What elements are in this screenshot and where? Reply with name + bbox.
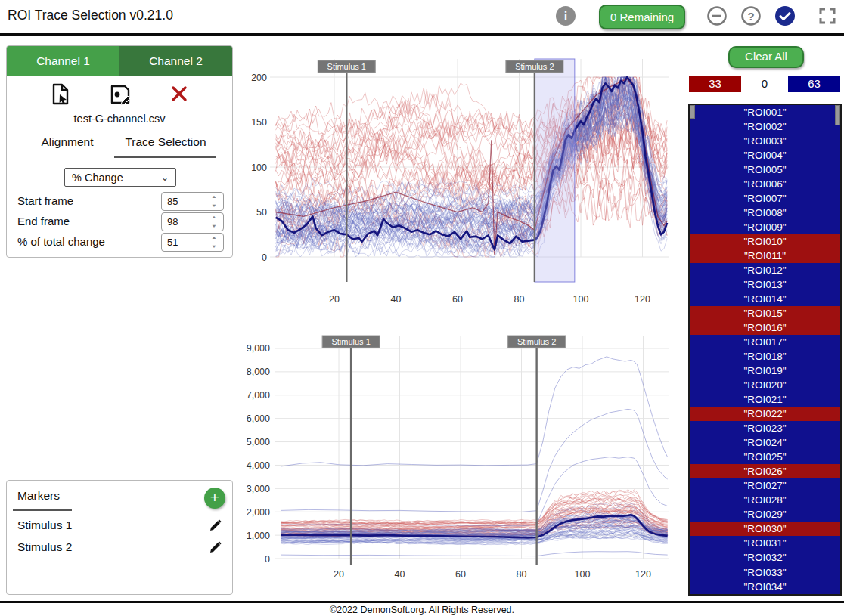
percent-change-chart: Stimulus 1Stimulus 220406080100120050100… bbox=[242, 42, 684, 314]
svg-text:60: 60 bbox=[455, 569, 466, 580]
metric-select[interactable]: % Change ⌄ bbox=[64, 168, 176, 187]
save-file-icon[interactable] bbox=[108, 82, 132, 107]
field-label-0: Start frame bbox=[17, 194, 73, 207]
svg-text:Stimulus 2: Stimulus 2 bbox=[517, 337, 556, 346]
roi-item-23[interactable]: "ROI023" bbox=[690, 421, 840, 435]
roi-item-18[interactable]: "ROI018" bbox=[690, 349, 840, 364]
marker-label-0: Stimulus 1 bbox=[17, 518, 72, 532]
close-file-icon[interactable] bbox=[169, 82, 190, 105]
svg-text:Stimulus 1: Stimulus 1 bbox=[331, 337, 370, 346]
roi-item-34[interactable]: "ROI034" bbox=[690, 580, 840, 594]
roi-item-29[interactable]: "ROI029" bbox=[690, 507, 840, 522]
list-scrollbar-thumb-left[interactable] bbox=[690, 105, 695, 119]
markers-panel: Markers + Stimulus 1Stimulus 2 bbox=[6, 480, 233, 595]
svg-text:2,000: 2,000 bbox=[247, 507, 270, 518]
tab-channel-1[interactable]: Channel 1 bbox=[7, 46, 119, 76]
roi-item-3[interactable]: "ROI003" bbox=[690, 134, 840, 148]
field-spinner-0[interactable]: ▲▼ bbox=[208, 193, 220, 209]
roi-item-32[interactable]: "ROI032" bbox=[690, 550, 840, 565]
roi-item-30[interactable]: "ROI030" bbox=[690, 522, 840, 536]
svg-text:9,000: 9,000 bbox=[247, 343, 270, 354]
roi-item-14[interactable]: "ROI014" bbox=[690, 292, 840, 306]
roi-item-13[interactable]: "ROI013" bbox=[690, 277, 840, 292]
chevron-down-icon: ⌄ bbox=[161, 169, 169, 187]
roi-item-5[interactable]: "ROI005" bbox=[690, 163, 840, 177]
roi-item-16[interactable]: "ROI016" bbox=[690, 320, 840, 335]
svg-text:i: i bbox=[564, 10, 567, 23]
svg-text:80: 80 bbox=[514, 294, 525, 305]
roi-item-22[interactable]: "ROI022" bbox=[690, 407, 840, 421]
roi-item-1[interactable]: "ROI001" bbox=[690, 105, 840, 119]
list-scrollbar-thumb-right[interactable] bbox=[835, 105, 840, 125]
help-icon[interactable]: ? bbox=[740, 5, 762, 26]
svg-text:3,000: 3,000 bbox=[247, 484, 270, 494]
confirm-check-icon[interactable] bbox=[774, 5, 796, 26]
svg-text:8,000: 8,000 bbox=[247, 367, 270, 377]
roi-item-24[interactable]: "ROI024" bbox=[690, 435, 840, 450]
markers-title: Markers bbox=[17, 489, 60, 503]
svg-text:120: 120 bbox=[635, 294, 650, 305]
svg-text:Stimulus 2: Stimulus 2 bbox=[515, 62, 554, 71]
roi-item-6[interactable]: "ROI006" bbox=[690, 177, 840, 191]
field-label-2: % of total change bbox=[17, 235, 105, 248]
svg-text:120: 120 bbox=[635, 569, 651, 580]
svg-text:?: ? bbox=[747, 10, 754, 23]
edit-marker-icon-1[interactable] bbox=[208, 540, 223, 555]
footer-divider bbox=[0, 601, 844, 603]
header-divider bbox=[0, 33, 844, 36]
file-actions bbox=[7, 82, 232, 108]
roi-item-28[interactable]: "ROI028" bbox=[690, 493, 840, 507]
roi-item-33[interactable]: "ROI033" bbox=[690, 565, 840, 580]
edit-marker-icon-0[interactable] bbox=[208, 518, 223, 533]
svg-text:1,000: 1,000 bbox=[247, 531, 270, 541]
roi-item-11[interactable]: "ROI011" bbox=[690, 249, 840, 263]
tab-channel-2[interactable]: Channel 2 bbox=[119, 46, 232, 76]
info-icon[interactable]: i bbox=[555, 5, 576, 26]
roi-item-4[interactable]: "ROI004" bbox=[690, 148, 840, 163]
roi-item-19[interactable]: "ROI019" bbox=[690, 364, 840, 378]
svg-text:200: 200 bbox=[251, 73, 267, 83]
clear-all-button[interactable]: Clear All bbox=[728, 46, 804, 68]
roi-item-26[interactable]: "ROI026" bbox=[690, 464, 840, 478]
add-marker-button[interactable]: + bbox=[204, 488, 225, 509]
loaded-filename: test-G-channel.csv bbox=[7, 113, 232, 125]
field-label-1: End frame bbox=[17, 215, 70, 228]
markers-underline bbox=[13, 509, 72, 511]
channel-control-panel: Channel 1 Channel 2 test-G-channel.csv A… bbox=[6, 45, 233, 258]
roi-item-12[interactable]: "ROI012" bbox=[690, 263, 840, 277]
svg-text:50: 50 bbox=[256, 207, 267, 218]
roi-item-27[interactable]: "ROI027" bbox=[690, 478, 840, 493]
roi-item-31[interactable]: "ROI031" bbox=[690, 536, 840, 550]
roi-item-8[interactable]: "ROI008" bbox=[690, 206, 840, 220]
marker-label-1: Stimulus 2 bbox=[17, 540, 72, 554]
fullscreen-icon[interactable] bbox=[817, 5, 838, 26]
channel-tabs: Channel 1 Channel 2 bbox=[7, 46, 232, 76]
svg-text:60: 60 bbox=[452, 294, 463, 305]
svg-text:100: 100 bbox=[575, 569, 591, 580]
field-spinner-2[interactable]: ▲▼ bbox=[208, 234, 220, 250]
roi-item-7[interactable]: "ROI007" bbox=[690, 191, 840, 206]
roi-item-25[interactable]: "ROI025" bbox=[690, 450, 840, 464]
roi-item-15[interactable]: "ROI015" bbox=[690, 306, 840, 320]
roi-item-17[interactable]: "ROI017" bbox=[690, 335, 840, 349]
roi-item-10[interactable]: "ROI010" bbox=[690, 234, 840, 249]
roi-item-21[interactable]: "ROI021" bbox=[690, 392, 840, 407]
tab-alignment[interactable]: Alignment bbox=[29, 135, 105, 149]
field-spinner-1[interactable]: ▲▼ bbox=[208, 214, 220, 230]
count-deselected: 33 bbox=[689, 76, 741, 92]
roi-item-20[interactable]: "ROI020" bbox=[690, 378, 840, 392]
raw-intensity-chart: Stimulus 1Stimulus 22040608010012001,000… bbox=[242, 317, 684, 601]
count-remaining: 0 bbox=[741, 76, 788, 92]
tab-trace-selection[interactable]: Trace Selection bbox=[117, 135, 214, 149]
roi-item-9[interactable]: "ROI009" bbox=[690, 220, 840, 234]
header-bar: ROI Trace Selection v0.21.0 i 0 Remainin… bbox=[0, 0, 844, 33]
svg-text:7,000: 7,000 bbox=[247, 390, 270, 401]
minimize-icon[interactable] bbox=[706, 5, 728, 26]
open-file-icon[interactable] bbox=[49, 82, 72, 107]
active-subtab-underline bbox=[114, 156, 216, 158]
roi-listbox[interactable]: "ROI001""ROI002""ROI003""ROI004""ROI005"… bbox=[688, 104, 842, 596]
roi-trace-selection-app: ROI Trace Selection v0.21.0 i 0 Remainin… bbox=[0, 0, 844, 616]
svg-text:4,000: 4,000 bbox=[247, 460, 270, 471]
roi-item-2[interactable]: "ROI002" bbox=[690, 119, 840, 134]
svg-text:5,000: 5,000 bbox=[247, 437, 270, 447]
